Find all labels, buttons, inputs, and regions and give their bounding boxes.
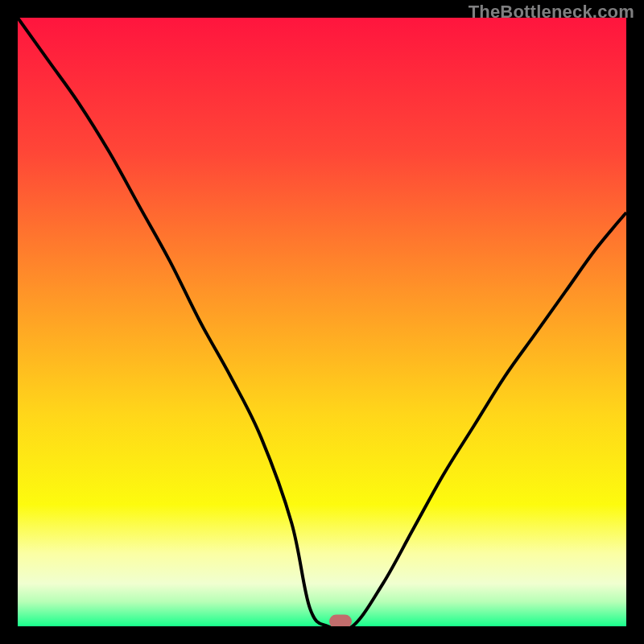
chart-frame: TheBottleneck.com [0,0,644,644]
curve-layer [18,18,626,626]
bottleneck-curve [18,18,626,626]
plot-area [18,18,626,626]
optimal-point-marker [329,615,352,627]
watermark-text: TheBottleneck.com [469,2,634,23]
